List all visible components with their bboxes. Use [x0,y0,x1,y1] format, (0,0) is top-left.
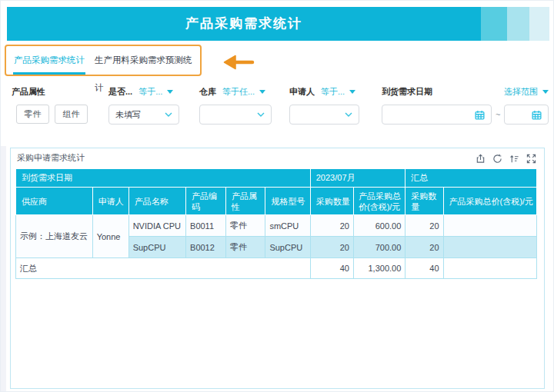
cell-product-code: B0012 [186,237,226,258]
group-header-total: 汇总 [405,169,537,188]
cell-qty-month: 20 [310,237,353,258]
triangle-down-icon[interactable] [167,90,173,94]
table-row: 示例：上海道友云 Yonne NVIDIA CPU B0011 零件 smCPU… [16,215,537,237]
filter-arrival-date: 到货需求日期 选择范围 ~ [382,85,549,125]
app-title-bar: 产品采购需求统计 [7,7,481,41]
col-total-month: 产品采购总价(含税)/元 [353,188,405,215]
filter-product-attr: 产品属性 零件 组件 [12,85,98,124]
export-icon[interactable] [476,154,486,164]
filter-warehouse: 仓库 等于任... [199,85,272,125]
col-qty-month: 采购数量 [310,188,353,215]
col-supplier: 供应商 [16,188,93,215]
cell-total-month: 700.00 [353,237,405,258]
summary-total-month: 1,300.00 [353,258,405,279]
applicant-select[interactable] [289,105,359,125]
col-product-name: 产品名称 [128,188,185,215]
date-end-input[interactable] [504,105,549,125]
tab-production-material-forecast[interactable]: 生产用料采购需求预测统计 [95,46,200,72]
group-header-arrival-date: 到货需求日期 [16,169,311,188]
col-total-sum: 产品采购总价(含税)/元 [443,188,536,215]
panel-title: 采购申请需求统计 [17,152,85,164]
col-qty-sum: 采购数量 [405,188,443,215]
column-header-row: 供应商 申请人 产品名称 产品编码 产品属性 规格型号 采购数量 产品采购总价(… [16,188,537,215]
cell-spec: SupCPU [265,237,310,258]
page-title: 产品采购需求统计 [7,7,481,41]
chevron-down-icon [345,112,352,117]
filter-is-field-operator[interactable]: 等于... [138,86,162,98]
titlebar-stripe [481,7,507,41]
col-product-code: 产品编码 [186,188,226,215]
triangle-down-icon[interactable] [349,90,355,94]
filter-applicant-operator[interactable]: 等于... [321,86,345,98]
chevron-down-icon [165,112,172,117]
filter-applicant-label: 申请人 [289,86,315,98]
filter-is-field-label: 是否... [108,86,132,98]
filter-warehouse-operator[interactable]: 等于任... [222,86,255,98]
cell-qty-month: 20 [310,215,353,237]
summary-total-sum [443,258,536,279]
chevron-down-icon [257,112,265,117]
cell-qty-sum: 20 [405,237,443,258]
triangle-down-icon [542,90,549,94]
summary-qty-sum: 40 [405,258,443,279]
table-panel: 采购申请需求统计 [10,148,545,389]
cell-total-month: 600.00 [353,215,405,237]
group-header-row: 到货需求日期 2023/07月 汇总 [16,169,537,188]
cell-supplier: 示例：上海道友云 [16,215,93,258]
titlebar-stripe [529,7,549,41]
page: 产品采购需求统计 产品采购需求统计 生产用料采购需求预测统计 产品属性 零件 组… [0,0,554,392]
left-arrow-icon [214,51,257,77]
cell-product-attr: 零件 [225,215,265,237]
date-start-input[interactable] [382,105,492,125]
column-settings-icon[interactable] [509,154,519,164]
col-spec: 规格型号 [265,188,310,215]
summary-label: 汇总 [16,258,311,279]
cell-total-sum [443,237,536,258]
cell-product-name: NVIDIA CPU [128,215,185,237]
calendar-icon [475,110,485,120]
summary-qty-month: 40 [310,258,353,279]
calendar-icon [532,110,542,120]
table-scroll-area[interactable]: 到货需求日期 2023/07月 汇总 供应商 申请人 产品名称 产品编码 产品属… [15,168,537,279]
col-product-attr: 产品属性 [225,188,265,215]
col-applicant: 申请人 [92,188,128,215]
tabs-annotation-box: 产品采购需求统计 生产用料采购需求预测统计 [5,45,202,76]
fullscreen-icon[interactable] [526,154,536,164]
filter-applicant: 申请人 等于... [289,85,359,125]
cell-product-attr: 零件 [225,237,265,258]
left-scrollbar-track [1,146,6,391]
cell-product-code: B0011 [186,215,226,237]
triangle-down-icon[interactable] [259,90,265,94]
select-range-link[interactable]: 选择范围 [504,86,549,98]
is-field-select[interactable]: 未填写 [108,105,179,125]
is-field-select-value: 未填写 [115,109,141,121]
product-attr-option-part-button[interactable]: 零件 [16,105,49,124]
filter-is-field: 是否... 等于... 未填写 [108,85,179,125]
group-header-month: 2023/07月 [310,169,405,188]
purchase-demand-table: 到货需求日期 2023/07月 汇总 供应商 申请人 产品名称 产品编码 产品属… [15,168,537,279]
filter-product-attr-label: 产品属性 [12,86,45,98]
cell-total-sum [443,215,536,237]
cell-product-name: SupCPU [128,237,185,258]
titlebar-stripe [507,7,529,41]
product-attr-option-assembly-button[interactable]: 组件 [55,105,88,124]
filter-arrival-date-label: 到货需求日期 [382,86,432,98]
refresh-icon[interactable] [492,154,502,164]
filter-warehouse-label: 仓库 [199,86,216,98]
cell-qty-sum: 20 [405,215,443,237]
cell-applicant: Yonne [92,215,128,258]
tab-product-purchase-stats[interactable]: 产品采购需求统计 [13,46,85,75]
cell-spec: smCPU [265,215,310,237]
range-separator: ~ [496,110,500,119]
summary-row: 汇总 40 1,300.00 40 [16,258,537,279]
warehouse-select[interactable] [199,105,272,125]
panel-toolbar [476,154,536,164]
